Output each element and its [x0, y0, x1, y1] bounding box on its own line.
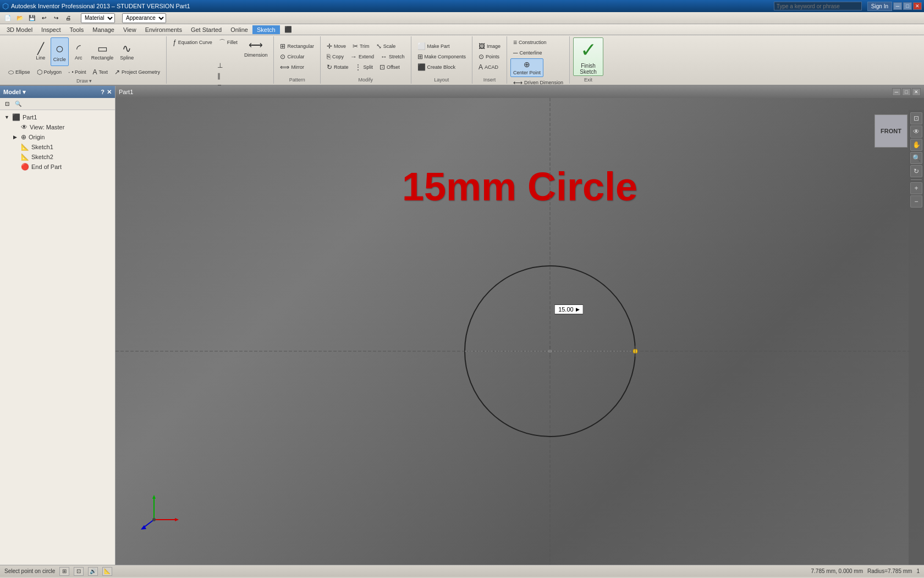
menu-3dmodel[interactable]: 3D Model: [2, 25, 37, 34]
undo-button[interactable]: ↩: [38, 13, 50, 23]
menu-tools[interactable]: Tools: [65, 25, 89, 34]
expand-origin[interactable]: ▶: [13, 134, 19, 140]
move-button[interactable]: ✛Move: [324, 41, 349, 51]
mirror-icon: ⟺: [280, 63, 289, 71]
status-icon-1[interactable]: ⊞: [59, 567, 69, 576]
material-dropdown[interactable]: Material: [81, 13, 115, 23]
menu-online[interactable]: Online: [226, 25, 252, 34]
arc-button[interactable]: ◜ Arc: [70, 37, 87, 66]
tree-origin[interactable]: ▶ ⊕ Origin: [2, 132, 113, 142]
viewport-close[interactable]: ✕: [912, 88, 921, 96]
tree-sketch1[interactable]: 📐 Sketch1: [2, 142, 113, 152]
status-icon-2[interactable]: ⊡: [74, 567, 84, 576]
look-at-button[interactable]: 👁: [910, 126, 922, 138]
split-button[interactable]: ⋮Split: [352, 62, 376, 72]
tree-view-master[interactable]: 👁 View: Master: [2, 122, 113, 132]
rectangle-button[interactable]: ▭ Rectangle: [89, 37, 117, 66]
mirror-button[interactable]: ⟺ Mirror: [277, 62, 307, 72]
format-tools: ≡Construction ─Centerline ⊕ Center Point…: [510, 37, 566, 88]
fillet-button[interactable]: ⌒ Fillet: [216, 37, 240, 47]
expand-part1[interactable]: ▼: [4, 114, 10, 120]
make-components-button[interactable]: ⊞Make Components: [415, 52, 469, 62]
image-button[interactable]: 🖼Image: [476, 41, 503, 51]
statusbar: Select point on circle ⊞ ⊡ 🔊 📐 7.785 mm,…: [0, 565, 924, 577]
project-geometry-button[interactable]: ↗ Project Geometry: [112, 67, 163, 77]
menu-sketch[interactable]: Sketch: [252, 25, 280, 34]
view-cube[interactable]: FRONT: [869, 114, 913, 159]
center-point-button[interactable]: ⊕ Center Point: [510, 58, 543, 77]
trim-button[interactable]: ✂Trim: [350, 41, 372, 51]
menu-getstarted[interactable]: Get Started: [186, 25, 226, 34]
tree-part1[interactable]: ▼ ⬛ Part1: [2, 112, 113, 122]
text-button[interactable]: A Text: [90, 67, 111, 77]
rectangular-button[interactable]: ⊞ Rectangular: [277, 41, 317, 51]
make-part-button[interactable]: ⬜Make Part: [415, 41, 453, 51]
menu-inspect[interactable]: Inspect: [37, 25, 65, 34]
spline-button[interactable]: ∿ Spline: [117, 37, 136, 66]
centerline-button[interactable]: ─Centerline: [510, 48, 545, 58]
ribbon-group-draw: ╱ Line ○ Circle ◜ Arc ▭ Rectangle ∿ Sp: [2, 36, 167, 84]
sidebar-close-icon[interactable]: ✕: [107, 89, 112, 96]
extend-button[interactable]: →Extend: [348, 52, 377, 62]
zoom-extents-button[interactable]: ⊡: [910, 112, 922, 124]
line-button[interactable]: ╱ Line: [32, 37, 50, 66]
save-button[interactable]: 💾: [26, 13, 37, 23]
close-button[interactable]: ✕: [913, 2, 922, 10]
zoom-out-button[interactable]: −: [910, 195, 922, 208]
acad-button[interactable]: AACAD: [476, 62, 501, 72]
point-button[interactable]: · • Point: [65, 67, 89, 77]
open-button[interactable]: 📂: [14, 13, 25, 23]
zoom-in-button[interactable]: +: [910, 182, 922, 194]
polygon-button[interactable]: ⬡ Polygon: [34, 67, 65, 77]
menu-environments[interactable]: Environments: [141, 25, 186, 34]
tree-end-of-part[interactable]: 🔴 End of Part: [2, 162, 113, 172]
minimize-button[interactable]: ─: [893, 2, 902, 10]
filter-button[interactable]: ⊡: [2, 100, 12, 108]
orbit-button[interactable]: ↻: [910, 165, 922, 177]
sketch-canvas[interactable]: [116, 98, 924, 565]
finish-sketch-button[interactable]: ✓ FinishSketch: [573, 37, 603, 76]
move-icon: ✛: [327, 42, 332, 50]
view-cube-front[interactable]: FRONT: [875, 114, 908, 148]
status-message: Select point on circle: [4, 568, 55, 574]
zoom-button[interactable]: 🔍: [910, 152, 922, 164]
menu-manage[interactable]: Manage: [88, 25, 119, 34]
pan-button[interactable]: ✋: [910, 139, 922, 151]
sidebar-help-icon[interactable]: ?: [101, 89, 105, 96]
canvas-area[interactable]: 15mm Circle 15.: [116, 98, 924, 565]
maximize-button[interactable]: □: [903, 2, 912, 10]
pattern-group-label: Pattern: [289, 76, 305, 83]
appearance-dropdown[interactable]: Appearance: [122, 13, 166, 23]
copy-button[interactable]: ⎘Copy: [324, 52, 346, 62]
rotate-button[interactable]: ↻Rotate: [324, 62, 351, 72]
viewport-maximize[interactable]: □: [902, 88, 911, 96]
circular-button[interactable]: ⊙ Circular: [277, 52, 307, 62]
dimension-button[interactable]: ⟷ Dimension: [241, 37, 271, 59]
ellipse-button[interactable]: ⬭ Ellipse: [6, 67, 33, 77]
tree-sketch2[interactable]: 📐 Sketch2: [2, 152, 113, 162]
status-icon-3[interactable]: 🔊: [88, 567, 98, 576]
points-button[interactable]: ⊙Points: [476, 52, 502, 62]
search-icon[interactable]: 🔍: [13, 100, 23, 108]
scale-button[interactable]: ⤡Scale: [373, 41, 399, 51]
constraint-2[interactable]: ∥: [215, 71, 226, 81]
redo-button[interactable]: ↪: [51, 13, 62, 23]
status-icon-4[interactable]: 📐: [102, 567, 112, 576]
constraint-1[interactable]: ⊥: [215, 61, 226, 70]
create-block-button[interactable]: ⬛Create Block: [415, 62, 459, 72]
menu-view[interactable]: View: [119, 25, 141, 34]
construction-button[interactable]: ≡Construction: [510, 37, 549, 47]
viewport-minimize[interactable]: ─: [892, 88, 901, 96]
menu-extra[interactable]: ⬛: [280, 25, 296, 34]
keyword-search[interactable]: [774, 2, 862, 10]
equation-curve-button[interactable]: ƒ Equation Curve: [170, 37, 215, 47]
dimension-input-box[interactable]: 15.00 ▶: [554, 304, 584, 314]
stretch-button[interactable]: ↔Stretch: [378, 52, 408, 62]
offset-button[interactable]: ⊡Offset: [377, 62, 403, 72]
origin-label: Origin: [29, 134, 45, 140]
sign-in-button[interactable]: Sign In: [867, 2, 892, 11]
circle-button[interactable]: ○ Circle: [51, 37, 69, 66]
new-button[interactable]: 📄: [2, 13, 13, 23]
sidebar-toolbar: ⊡ 🔍: [0, 98, 115, 110]
print-button[interactable]: 🖨: [63, 13, 74, 23]
